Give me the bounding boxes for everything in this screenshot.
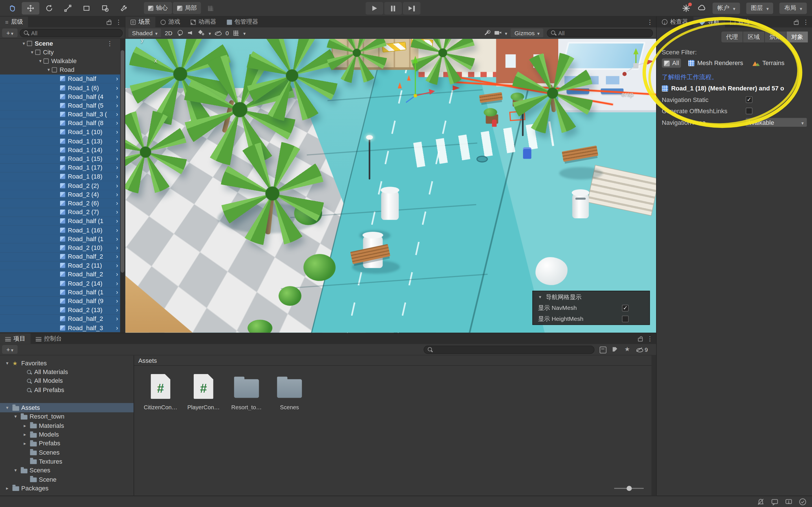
hierarchy-item-road[interactable]: Road bbox=[0, 65, 120, 74]
play-button[interactable] bbox=[366, 2, 383, 14]
local-toggle-button[interactable]: 局部 bbox=[173, 2, 201, 14]
transform-tool-button[interactable] bbox=[96, 2, 114, 14]
scene-view-tab[interactable]: 游戏 bbox=[155, 17, 186, 27]
search-by-label-icon[interactable] bbox=[611, 345, 619, 353]
progress-check-icon[interactable] bbox=[799, 497, 807, 506]
account-dropdown[interactable]: 帐户 bbox=[713, 2, 740, 13]
hierarchy-item[interactable]: Road_1 (18) bbox=[0, 172, 120, 181]
hierarchy-item[interactable]: Road_2 (14) bbox=[0, 279, 120, 288]
audio-toggle-icon[interactable] bbox=[187, 29, 194, 37]
project-tree-item[interactable]: Prefabs bbox=[0, 439, 134, 448]
project-tree-item[interactable]: Favorites bbox=[0, 358, 134, 368]
navigation-mode-tab[interactable]: 烘焙 bbox=[765, 32, 786, 43]
scene-tools-icon[interactable] bbox=[483, 29, 491, 37]
expand-arrow-icon[interactable] bbox=[22, 441, 28, 446]
scene-view-tab[interactable]: 场景 bbox=[125, 17, 155, 27]
console-message-icon[interactable] bbox=[770, 497, 779, 506]
navigation-mode-tab[interactable]: 代理 bbox=[721, 32, 743, 43]
chevron-down-icon[interactable] bbox=[505, 30, 507, 36]
orientation-gizmo[interactable] bbox=[616, 45, 656, 87]
inspector-tab[interactable]: 检查器 bbox=[657, 17, 693, 27]
hierarchy-item[interactable]: Road_1 (13) bbox=[0, 136, 120, 146]
project-tree-item[interactable]: Scenes bbox=[0, 448, 134, 457]
expand-arrow-icon[interactable] bbox=[12, 468, 18, 473]
create-asset-button[interactable] bbox=[2, 345, 17, 354]
scale-tool-button[interactable] bbox=[59, 2, 77, 14]
project-tree-item[interactable]: All Prefabs bbox=[0, 385, 134, 394]
hierarchy-item-walkable[interactable]: Walkable bbox=[0, 57, 120, 66]
project-search-input[interactable] bbox=[423, 345, 594, 353]
grid-snap-button[interactable] bbox=[202, 2, 219, 14]
hierarchy-item[interactable]: Road_half_2 bbox=[0, 270, 120, 279]
grid-visibility-icon[interactable] bbox=[232, 29, 240, 37]
hierarchy-item-city[interactable]: City bbox=[0, 48, 120, 57]
2d-toggle[interactable]: 2D bbox=[165, 30, 172, 36]
project-tree-item[interactable]: Textures bbox=[0, 457, 134, 466]
step-button[interactable] bbox=[403, 2, 420, 14]
hierarchy-item[interactable]: Road_2 (2) bbox=[0, 181, 120, 190]
more-menu-icon[interactable] bbox=[647, 18, 653, 25]
more-menu-icon[interactable] bbox=[803, 18, 809, 25]
hierarchy-search-input[interactable]: All bbox=[20, 29, 123, 37]
hierarchy-item[interactable]: Road_half bbox=[0, 74, 120, 83]
hierarchy-item[interactable]: Road_half (1 bbox=[0, 288, 120, 297]
more-menu-icon[interactable] bbox=[116, 18, 122, 25]
navmesh-overlay-header[interactable]: 导航网格显示 bbox=[533, 291, 649, 302]
hierarchy-item[interactable]: Road_half (1 bbox=[0, 234, 120, 243]
scene-view-tab[interactable]: 动画器 bbox=[186, 17, 221, 27]
navigation-mode-tab[interactable]: 对象 bbox=[786, 32, 808, 43]
more-menu-icon[interactable] bbox=[647, 335, 653, 342]
expand-arrow-icon[interactable] bbox=[12, 414, 18, 419]
expand-arrow-icon[interactable] bbox=[37, 58, 43, 63]
console-warning-icon[interactable] bbox=[784, 497, 793, 506]
slider-knob[interactable] bbox=[626, 486, 631, 491]
hierarchy-item[interactable]: Road_2 (13) bbox=[0, 305, 120, 315]
move-tool-button[interactable] bbox=[22, 2, 39, 14]
overlay-checkbox[interactable] bbox=[622, 305, 629, 312]
search-by-type-icon[interactable] bbox=[599, 345, 607, 353]
scene-view-tab[interactable]: 包管理器 bbox=[221, 17, 263, 27]
hierarchy-item[interactable]: Road_1 (14) bbox=[0, 146, 120, 155]
overlay-checkbox[interactable] bbox=[622, 316, 629, 322]
project-tree-item[interactable]: Assets bbox=[0, 403, 134, 412]
hierarchy-item[interactable]: Road_1 (16) bbox=[0, 226, 120, 235]
scene-filter-button[interactable]: Terrains bbox=[751, 59, 786, 68]
custom-tool-button[interactable] bbox=[115, 2, 133, 14]
layout-dropdown[interactable]: 布局 bbox=[779, 2, 807, 13]
hierarchy-item[interactable]: Road_half (8 bbox=[0, 119, 120, 128]
scene-filter-button[interactable]: Mesh Renderers bbox=[686, 59, 745, 68]
hierarchy-item-scene[interactable]: Scene bbox=[0, 39, 120, 48]
lock-icon[interactable] bbox=[107, 21, 111, 25]
collab-services-button[interactable] bbox=[682, 3, 691, 13]
lighting-toggle-icon[interactable] bbox=[176, 29, 183, 37]
create-object-button[interactable] bbox=[2, 29, 17, 37]
navigation-area-dropdown[interactable]: Walkable bbox=[746, 118, 807, 127]
chevron-down-icon[interactable] bbox=[209, 30, 211, 36]
generate-offmeshlinks-checkbox[interactable] bbox=[746, 108, 753, 114]
effects-toggle-icon[interactable] bbox=[198, 29, 205, 37]
navigation-static-checkbox[interactable] bbox=[746, 96, 753, 103]
project-tree-item[interactable]: All Materials bbox=[0, 368, 134, 377]
expand-arrow-icon[interactable] bbox=[4, 360, 10, 365]
lock-icon[interactable] bbox=[638, 338, 643, 341]
expand-arrow-icon[interactable] bbox=[20, 41, 27, 46]
hierarchy-scrollbar[interactable] bbox=[120, 39, 125, 333]
hierarchy-item[interactable]: Road_half (4 bbox=[0, 92, 120, 101]
expand-arrow-icon[interactable] bbox=[4, 405, 10, 410]
inspector-tab[interactable]: 遮挡 bbox=[725, 17, 755, 27]
scene-search-input[interactable]: All bbox=[547, 29, 653, 37]
project-tree-item[interactable]: Models bbox=[0, 430, 134, 439]
hierarchy-item[interactable]: Road_2 (11) bbox=[0, 261, 120, 270]
layers-dropdown[interactable]: 图层 bbox=[746, 2, 773, 13]
expand-arrow-icon[interactable] bbox=[22, 423, 28, 428]
more-menu-icon[interactable] bbox=[107, 40, 113, 47]
scrollbar-thumb[interactable] bbox=[121, 50, 124, 273]
asset-tile[interactable]: Resort_to… bbox=[227, 374, 266, 410]
hierarchy-item[interactable]: Road_2 (7) bbox=[0, 208, 120, 217]
asset-tile[interactable]: PlayerCon… bbox=[184, 374, 223, 410]
hierarchy-item[interactable]: Road_2 (10) bbox=[0, 243, 120, 252]
scene-viewport[interactable]: y x ersp 导航网格显示 显示 NavMesh 显示 HeightMesh bbox=[125, 39, 656, 333]
project-tree-item[interactable]: Materials bbox=[0, 421, 134, 430]
hierarchy-item[interactable]: Road_half (9 bbox=[0, 297, 120, 305]
hierarchy-item[interactable]: Road_1 (17) bbox=[0, 163, 120, 172]
